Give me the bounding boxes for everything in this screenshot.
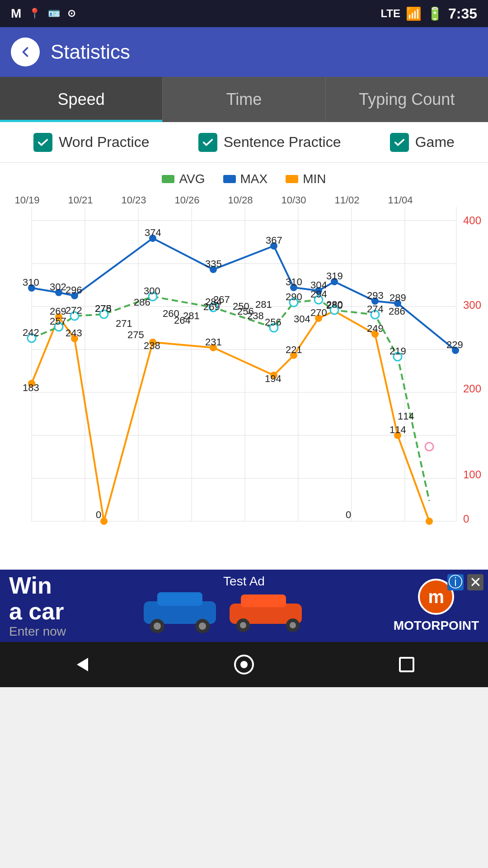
svg-text:238: 238 <box>247 310 264 321</box>
location-icon: 📍 <box>28 8 41 19</box>
battery-icon: 🔋 <box>427 6 443 21</box>
legend-avg-color <box>162 175 174 183</box>
svg-point-58 <box>100 518 108 525</box>
svg-text:267: 267 <box>213 294 230 305</box>
svg-rect-123 <box>157 592 202 606</box>
svg-text:289: 289 <box>389 292 406 303</box>
tab-time[interactable]: Time <box>163 77 325 122</box>
svg-text:0: 0 <box>463 513 469 525</box>
svg-text:194: 194 <box>265 373 282 384</box>
svg-text:10/28: 10/28 <box>228 194 253 206</box>
svg-text:256: 256 <box>265 316 282 328</box>
svg-text:114: 114 <box>398 410 414 422</box>
ad-close-button[interactable]: ✕ <box>467 574 483 590</box>
svg-point-67 <box>426 518 433 525</box>
circle-icon: ⊙ <box>67 8 75 19</box>
checkbox-game[interactable] <box>390 133 409 152</box>
legend-max-color <box>223 175 236 183</box>
svg-text:290: 290 <box>286 291 302 302</box>
svg-text:114: 114 <box>389 424 406 435</box>
svg-text:270: 270 <box>310 307 327 318</box>
svg-text:296: 296 <box>66 284 82 296</box>
svg-point-0 <box>17 44 33 60</box>
status-bar: M 📍 🪪 ⊙ LTE 📶 🔋 7:35 <box>0 0 488 27</box>
svg-text:310: 310 <box>23 277 39 288</box>
filter-sentence-practice[interactable]: Sentence Practice <box>198 133 341 152</box>
checkbox-sentence-practice[interactable] <box>198 133 217 152</box>
ad-test-label: Test Ad <box>223 574 265 589</box>
svg-text:278: 278 <box>95 303 112 314</box>
filter-sentence-practice-label: Sentence Practice <box>224 134 341 151</box>
legend-max: MAX <box>223 172 268 186</box>
filter-game-label: Game <box>415 134 455 151</box>
svg-rect-137 <box>400 658 413 671</box>
svg-text:11/02: 11/02 <box>334 194 359 206</box>
svg-text:374: 374 <box>145 227 161 238</box>
svg-text:10/21: 10/21 <box>68 194 93 206</box>
status-time: 7:35 <box>448 5 477 22</box>
svg-point-125 <box>154 623 161 630</box>
line-chart: 400 300 200 100 0 10/19 10/21 10/23 10/2… <box>5 193 483 546</box>
nav-home-button[interactable] <box>230 651 258 678</box>
nav-recent-button[interactable] <box>393 651 420 678</box>
app-title: Statistics <box>51 41 130 63</box>
checkbox-word-practice[interactable] <box>33 133 52 152</box>
card-icon: 🪪 <box>48 8 60 19</box>
filter-game[interactable]: Game <box>390 133 455 152</box>
svg-point-93 <box>425 443 433 451</box>
svg-text:0: 0 <box>346 509 351 520</box>
svg-text:300: 300 <box>463 299 481 311</box>
filter-row: Word Practice Sentence Practice Game <box>0 122 488 163</box>
svg-marker-134 <box>77 658 88 671</box>
svg-text:229: 229 <box>446 339 463 350</box>
svg-text:304: 304 <box>294 313 310 325</box>
svg-text:11/04: 11/04 <box>388 194 413 206</box>
svg-point-131 <box>240 622 246 628</box>
svg-text:243: 243 <box>66 327 82 339</box>
svg-text:238: 238 <box>144 340 160 351</box>
svg-text:286: 286 <box>389 306 405 317</box>
nav-bar <box>0 642 488 687</box>
app-bar: Statistics <box>0 27 488 77</box>
svg-text:274: 274 <box>367 303 384 315</box>
ad-big-text: Wina car <box>9 573 66 624</box>
filter-word-practice-label: Word Practice <box>59 134 149 151</box>
svg-text:200: 200 <box>463 382 481 395</box>
svg-text:183: 183 <box>23 382 39 393</box>
svg-point-127 <box>199 623 206 630</box>
ad-enter-now: Enter now <box>9 624 66 639</box>
tabs-container: Speed Time Typing Count <box>0 77 488 122</box>
back-button[interactable] <box>11 38 40 66</box>
ad-info-button[interactable]: ⓘ <box>447 574 464 590</box>
status-icons-left: M 📍 🪪 ⊙ <box>11 6 75 21</box>
svg-text:10/30: 10/30 <box>281 194 306 206</box>
lte-icon: LTE <box>380 7 400 20</box>
svg-text:10/19: 10/19 <box>14 194 39 206</box>
svg-text:221: 221 <box>286 344 302 355</box>
filter-word-practice[interactable]: Word Practice <box>33 133 149 152</box>
legend-min: MIN <box>286 172 326 186</box>
svg-text:367: 367 <box>266 235 282 246</box>
ad-controls: ⓘ ✕ <box>447 574 483 590</box>
svg-text:293: 293 <box>367 290 384 301</box>
svg-text:319: 319 <box>326 270 343 282</box>
nav-back-button[interactable] <box>68 651 95 678</box>
svg-text:242: 242 <box>23 327 39 338</box>
svg-text:286: 286 <box>134 297 150 308</box>
mail-icon: M <box>11 6 21 21</box>
svg-text:300: 300 <box>144 285 160 297</box>
status-icons-right: LTE 📶 🔋 7:35 <box>380 5 477 22</box>
min-line <box>32 311 429 521</box>
svg-text:10/23: 10/23 <box>121 194 146 206</box>
svg-text:231: 231 <box>205 336 222 348</box>
chart-container: AVG MAX MIN 400 300 200 <box>0 163 488 570</box>
ad-brand-label: MOTORPOINT <box>394 618 479 633</box>
tab-speed[interactable]: Speed <box>0 77 163 122</box>
tab-typing-count[interactable]: Typing Count <box>326 77 488 122</box>
ad-banner: Wina car Enter now m MOTORPOINT ⓘ ✕ <box>0 570 488 642</box>
svg-text:280: 280 <box>326 299 343 310</box>
signal-icon: 📶 <box>406 6 422 21</box>
svg-text:10/26: 10/26 <box>174 194 199 206</box>
svg-point-133 <box>290 622 296 628</box>
legend-min-color <box>286 175 298 183</box>
